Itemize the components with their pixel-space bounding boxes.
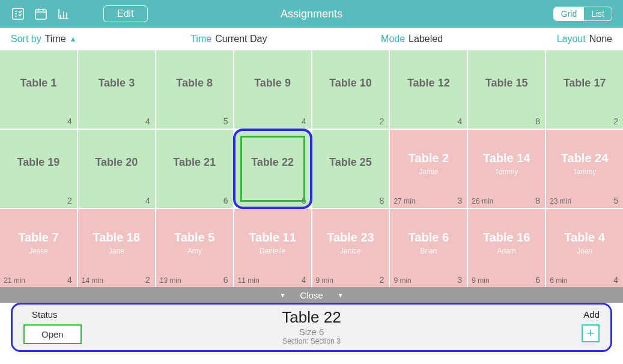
server-name: Brian — [420, 247, 437, 255]
elapsed-time: 9 min — [316, 276, 333, 285]
detail-table-name: Table 22 — [13, 308, 610, 327]
table-grid: Table 14Table 34Table 85Table 94Table 10… — [0, 50, 623, 287]
svg-rect-0 — [13, 8, 23, 19]
table-cell[interactable]: Table 85 — [156, 50, 233, 129]
table-cell[interactable]: Table 16Adam9 min6 — [468, 209, 545, 287]
status-badge[interactable]: Open — [23, 324, 82, 344]
table-name: Table 2 — [409, 151, 449, 165]
server-name: Joan — [577, 247, 592, 255]
table-size: 4 — [145, 196, 150, 205]
table-size: 8 — [380, 196, 384, 205]
add-button[interactable]: + — [582, 324, 600, 342]
filter-bar: Sort by Time ▲ Time Current Day Mode Lab… — [0, 28, 623, 50]
view-grid-button[interactable]: Grid — [554, 7, 584, 20]
table-name: Table 23 — [327, 231, 374, 244]
server-name: Adam — [497, 247, 516, 255]
server-name: Jane — [109, 247, 124, 255]
table-cell[interactable]: Table 18Jane14 min2 — [78, 209, 155, 287]
sort-control[interactable]: Sort by Time ▲ — [11, 34, 77, 44]
table-size: 5 — [613, 196, 618, 205]
table-cell[interactable]: Table 158 — [468, 50, 545, 129]
table-name: Table 21 — [173, 156, 216, 169]
view-toggle: Grid List — [553, 7, 612, 21]
elapsed-time: 9 min — [472, 276, 489, 285]
table-name: Table 5 — [174, 231, 214, 244]
table-name: Table 3 — [98, 77, 135, 89]
barchart-icon[interactable] — [56, 7, 71, 21]
table-cell[interactable]: Table 23Janice9 min2 — [312, 209, 389, 287]
table-name: Table 11 — [249, 231, 296, 244]
close-detail-button[interactable]: ▼ Close ▼ — [0, 287, 623, 303]
table-name: Table 8 — [176, 77, 213, 89]
table-cell[interactable]: Table 94 — [234, 50, 311, 129]
view-list-button[interactable]: List — [584, 7, 612, 20]
table-size: 2 — [613, 117, 618, 126]
table-cell[interactable]: Table 124 — [390, 50, 467, 129]
table-cell[interactable]: Table 4Joan6 min4 — [546, 209, 623, 287]
table-cell[interactable]: Table 216 — [156, 130, 233, 208]
table-name: Table 25 — [329, 156, 372, 169]
table-name: Table 14 — [483, 151, 530, 165]
table-cell[interactable]: Table 2Jamie27 min3 — [390, 130, 467, 208]
table-detail-panel: Status Open Table 22 Size 6 Section: Sec… — [11, 303, 612, 352]
detail-section: Section: Section 3 — [13, 337, 610, 345]
server-name: Danielle — [260, 247, 285, 255]
calendar-icon[interactable] — [34, 7, 48, 21]
table-size: 4 — [302, 117, 306, 126]
table-name: Table 24 — [561, 151, 609, 165]
table-size: 4 — [302, 275, 306, 285]
table-size: 4 — [67, 117, 72, 126]
table-name: Table 17 — [564, 77, 606, 89]
table-cell[interactable]: Table 24Tammy23 min5 — [546, 130, 623, 208]
server-name: Amy — [187, 247, 202, 255]
table-size: 8 — [535, 117, 540, 126]
table-size: 6 — [302, 196, 306, 205]
table-size: 6 — [535, 275, 540, 285]
mode-control[interactable]: Mode Labeled — [381, 34, 443, 44]
table-size: 2 — [67, 196, 72, 205]
table-name: Table 19 — [17, 156, 60, 169]
table-name: Table 9 — [254, 77, 291, 89]
table-cell[interactable]: Table 6Brian9 min3 — [390, 209, 467, 287]
checklist-icon[interactable] — [11, 7, 25, 21]
table-cell[interactable]: Table 258 — [312, 130, 389, 208]
table-cell[interactable]: Table 14Tommy26 min8 — [468, 130, 545, 208]
table-name: Table 4 — [564, 231, 604, 244]
mode-label: Mode — [381, 34, 405, 44]
table-size: 8 — [535, 196, 540, 205]
table-cell[interactable]: Table 172 — [546, 50, 623, 129]
table-size: 2 — [380, 275, 384, 285]
layout-control[interactable]: Layout None — [557, 34, 612, 44]
table-cell[interactable]: Table 5Amy13 min6 — [156, 209, 233, 287]
table-size: 2 — [380, 117, 384, 126]
table-name: Table 12 — [407, 77, 450, 89]
chevron-down-icon: ▼ — [338, 292, 344, 299]
table-cell[interactable]: Table 226 — [234, 130, 311, 208]
table-cell[interactable]: Table 204 — [78, 130, 155, 208]
table-cell[interactable]: Table 34 — [78, 50, 155, 129]
table-cell[interactable]: Table 102 — [312, 50, 389, 129]
table-name: Table 7 — [18, 231, 58, 244]
table-name: Table 10 — [329, 77, 372, 89]
table-size: 6 — [223, 196, 228, 205]
table-name: Table 18 — [93, 231, 141, 244]
table-cell[interactable]: Table 7Jesse21 min4 — [0, 209, 77, 287]
table-cell[interactable]: Table 11Danielle11 min4 — [234, 209, 311, 287]
detail-size: Size 6 — [13, 327, 610, 337]
sort-asc-icon: ▲ — [70, 35, 77, 43]
elapsed-time: 13 min — [160, 276, 181, 285]
table-size: 5 — [223, 117, 228, 126]
edit-button[interactable]: Edit — [103, 5, 148, 22]
layout-value: None — [589, 34, 612, 44]
elapsed-time: 27 min — [394, 197, 415, 205]
server-name: Tommy — [495, 168, 518, 176]
time-value: Current Day — [215, 34, 267, 44]
elapsed-time: 14 min — [82, 276, 103, 285]
server-name: Jesse — [29, 247, 47, 255]
table-cell[interactable]: Table 192 — [0, 130, 77, 208]
time-control[interactable]: Time Current Day — [190, 34, 267, 44]
server-name: Jamie — [419, 168, 438, 176]
elapsed-time: 21 min — [4, 276, 25, 285]
elapsed-time: 9 min — [394, 276, 411, 285]
table-cell[interactable]: Table 14 — [0, 50, 77, 129]
